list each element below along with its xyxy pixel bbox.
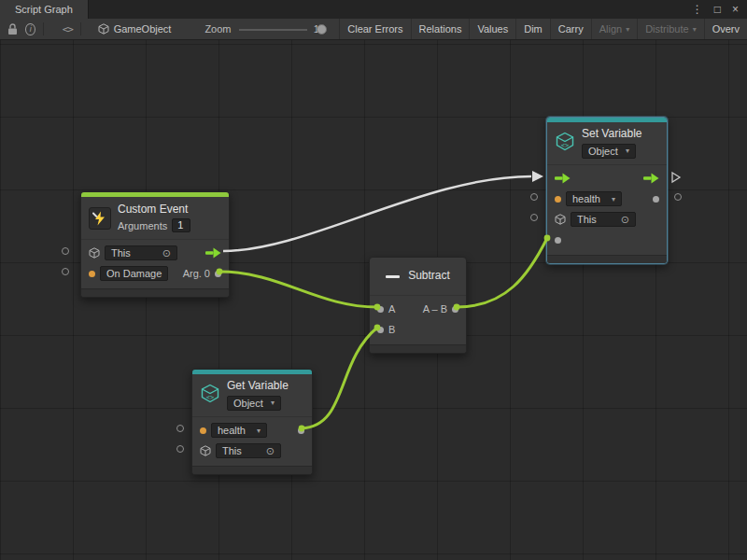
flow-output-port[interactable]	[643, 173, 659, 184]
node-set-variable[interactable]: <> Set Variable Object ▾	[546, 117, 668, 264]
node-subtract[interactable]: Subtract A A – B B	[369, 257, 467, 354]
input-a-label: A	[388, 303, 395, 315]
values-button[interactable]: Values	[469, 19, 515, 39]
outside-port[interactable]	[176, 445, 184, 453]
this-object-field[interactable]: This ⊙	[105, 245, 177, 260]
graph-canvas[interactable]: Custom Event Arguments 1 This ⊙	[0, 40, 747, 560]
value-input-port[interactable]	[555, 237, 561, 244]
arguments-label: Arguments	[118, 220, 167, 231]
zoom-slider-handle[interactable]	[317, 24, 327, 35]
window-menu-icon[interactable]: ⋮	[692, 4, 703, 15]
value-wire-arg0-to-a	[219, 272, 377, 307]
subtract-icon	[386, 275, 400, 278]
outside-port[interactable]	[674, 193, 682, 201]
input-a-port[interactable]	[377, 306, 384, 313]
flow-wire-arrowhead	[532, 171, 543, 182]
chevron-down-icon: ▾	[626, 147, 629, 155]
target-picker-icon[interactable]: ⊙	[266, 445, 275, 457]
chevron-down-icon: ▾	[626, 25, 629, 34]
distribute-label: Distribute	[645, 23, 688, 35]
outside-port[interactable]	[530, 214, 538, 221]
outside-port[interactable]	[176, 425, 184, 432]
zoom-slider[interactable]	[239, 19, 307, 39]
relations-button[interactable]: Relations	[411, 19, 470, 39]
node-footer	[192, 466, 312, 474]
outside-port[interactable]	[62, 247, 69, 255]
chevron-down-icon: ▾	[693, 25, 697, 34]
node-footer	[81, 288, 229, 297]
lock-icon[interactable]	[6, 19, 20, 39]
tab-script-graph[interactable]: Script Graph	[0, 0, 89, 19]
flow-wire	[223, 176, 531, 251]
align-button: Align ▾	[591, 19, 637, 39]
node-title: Get Variable	[227, 380, 289, 393]
variable-name-row: health ▾	[547, 189, 667, 209]
node-get-variable[interactable]: <> Get Variable Object ▾ health ▾	[191, 369, 313, 475]
variable-name-label: health	[572, 193, 600, 204]
gameobject-cube-icon	[89, 247, 100, 259]
clear-errors-button[interactable]: Clear Errors	[339, 19, 410, 39]
variable-name-port[interactable]	[555, 196, 561, 203]
variable-name-port[interactable]	[200, 427, 206, 434]
gameobject-cube-icon	[200, 445, 211, 456]
scope-dropdown[interactable]: Object ▾	[227, 396, 281, 411]
graph-toolbar: i <> GameObject Zoom 1x Clear Errors Rel…	[0, 19, 747, 40]
svg-text:<>: <>	[206, 394, 214, 401]
align-label: Align	[599, 23, 622, 35]
variable-name-dropdown[interactable]: health ▾	[566, 191, 622, 206]
custom-event-header: Custom Event Arguments 1	[81, 197, 229, 239]
info-icon[interactable]: i	[25, 23, 35, 35]
get-variable-ports: health ▾ This ⊙	[192, 416, 312, 466]
input-b-port[interactable]	[377, 327, 384, 333]
arg0-output-port[interactable]	[215, 271, 221, 277]
gameobject-label: GameObject	[114, 23, 172, 35]
output-label: A – B	[423, 303, 447, 315]
get-variable-header: <> Get Variable Object ▾	[192, 374, 312, 416]
node-title: Set Variable	[582, 128, 641, 141]
close-icon[interactable]: ×	[732, 4, 739, 15]
output-port[interactable]	[452, 306, 458, 313]
value-wire-getvar-to-b	[302, 328, 377, 428]
titlebar: Script Graph ⋮ □ ×	[0, 0, 747, 19]
input-a-row: A A – B	[370, 299, 466, 319]
flow-continuation-icon[interactable]	[670, 171, 682, 188]
overview-button[interactable]: Overv	[704, 19, 747, 39]
input-b-label: B	[388, 324, 395, 335]
tab-label: Script Graph	[15, 4, 73, 15]
this-label: This	[577, 214, 597, 225]
outside-port[interactable]	[530, 193, 538, 201]
gameobject-selector[interactable]: GameObject	[89, 19, 181, 39]
subtract-header: Subtract	[370, 258, 466, 295]
node-custom-event[interactable]: Custom Event Arguments 1 This ⊙	[80, 191, 230, 298]
code-icon[interactable]: <>	[63, 23, 73, 35]
flow-input-port[interactable]	[555, 173, 571, 184]
target-picker-icon[interactable]: ⊙	[162, 247, 171, 259]
dim-button[interactable]: Dim	[515, 19, 550, 39]
target-picker-icon[interactable]: ⊙	[621, 214, 629, 226]
this-object-field[interactable]: This ⊙	[216, 443, 281, 458]
target-port-row: This ⊙	[547, 209, 667, 230]
arguments-input[interactable]: 1	[172, 218, 190, 232]
target-port-row: This ⊙	[192, 441, 312, 461]
outside-port[interactable]	[62, 268, 69, 275]
set-variable-header: <> Set Variable Object ▾	[547, 122, 667, 164]
maximize-icon[interactable]: □	[714, 4, 721, 15]
node-footer	[370, 344, 466, 353]
variable-name-dropdown[interactable]: health ▾	[211, 423, 267, 438]
scope-dropdown[interactable]: Object ▾	[582, 144, 636, 159]
custom-event-icon	[89, 207, 111, 230]
event-name-chip[interactable]: On Damage	[100, 266, 168, 281]
this-object-field[interactable]: This ⊙	[571, 212, 636, 227]
value-output-port[interactable]	[653, 196, 659, 203]
this-label: This	[111, 247, 131, 259]
event-port-row: On Damage Arg. 0	[81, 263, 229, 284]
carry-button[interactable]: Carry	[550, 19, 591, 39]
scope-label: Object	[588, 146, 618, 157]
custom-event-ports: This ⊙ On Damage Arg. 0	[81, 239, 229, 288]
value-output-port[interactable]	[298, 427, 304, 434]
zoom-slider-track	[239, 29, 307, 31]
event-input-port[interactable]	[89, 271, 95, 277]
subtract-ports: A A – B B	[370, 295, 466, 344]
flow-output-port[interactable]	[205, 247, 221, 259]
chevron-down-icon: ▾	[257, 427, 261, 435]
